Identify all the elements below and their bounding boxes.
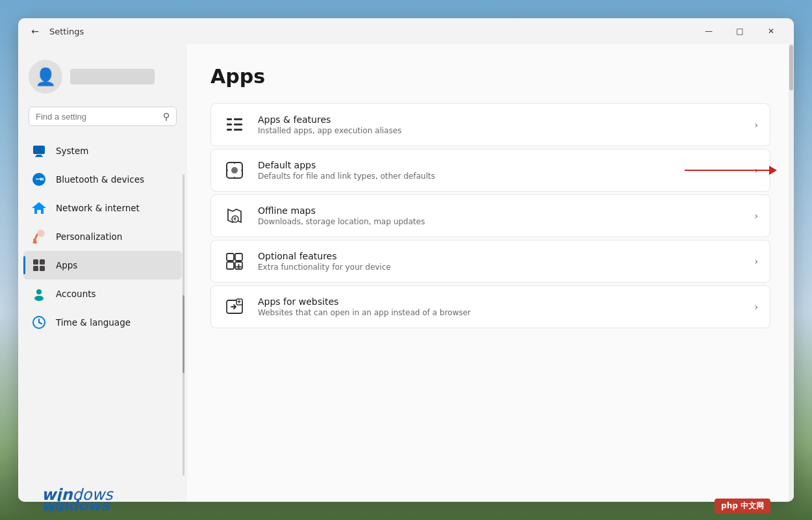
svg-rect-21	[234, 124, 242, 125]
offline-maps-title: Offline maps	[258, 205, 742, 216]
accounts-icon	[31, 286, 47, 302]
apps-websites-title: Apps for websites	[258, 296, 742, 307]
svg-rect-11	[33, 266, 38, 271]
svg-rect-20	[227, 124, 232, 125]
offline-maps-icon	[223, 204, 246, 228]
sidebar-scrollbar-thumb[interactable]	[183, 295, 184, 373]
network-icon	[31, 200, 47, 216]
bluetooth-icon: ⭲	[31, 172, 47, 187]
svg-rect-0	[33, 146, 45, 154]
apps-websites-chevron: ›	[754, 302, 758, 312]
svg-rect-28	[235, 254, 242, 261]
svg-point-25	[231, 167, 238, 174]
search-icon: ⚲	[163, 111, 170, 122]
apps-features-text: Apps & features Installed apps, app exec…	[258, 114, 742, 135]
search-input[interactable]	[36, 112, 158, 122]
maximize-button[interactable]: □	[725, 21, 755, 42]
username-placeholder	[70, 69, 155, 84]
sidebar-scrollbar	[183, 174, 184, 476]
settings-item-offline-maps[interactable]: Offline maps Downloads, storage location…	[210, 194, 770, 237]
svg-line-17	[39, 322, 42, 324]
svg-rect-9	[33, 259, 38, 265]
close-button[interactable]: ✕	[756, 21, 786, 42]
offline-maps-text: Offline maps Downloads, storage location…	[258, 205, 742, 226]
svg-rect-1	[36, 155, 42, 156]
apps-websites-desc: Websites that can open in an app instead…	[258, 308, 742, 317]
settings-list: Apps & features Installed apps, app exec…	[210, 103, 770, 328]
titlebar: ← Settings — □ ✕	[18, 18, 794, 44]
minimize-button[interactable]: —	[694, 21, 724, 42]
brand-dows: dows	[72, 486, 112, 504]
apps-features-title: Apps & features	[258, 114, 742, 125]
page-title: Apps	[210, 65, 770, 88]
apps-websites-text: Apps for websites Websites that can open…	[258, 296, 742, 317]
svg-rect-19	[234, 118, 242, 120]
apps-websites-icon	[223, 295, 246, 318]
apps-icon	[31, 257, 47, 273]
sidebar-item-network[interactable]: Network & internet	[23, 194, 182, 222]
brand-win: win	[42, 486, 72, 504]
content-scrollbar-thumb[interactable]	[789, 45, 793, 90]
watermark-brand: win dows	[42, 486, 113, 504]
svg-point-14	[34, 296, 44, 301]
svg-rect-12	[40, 266, 45, 271]
default-apps-text: Default apps Defaults for file and link …	[258, 160, 742, 181]
content-scrollbar[interactable]	[789, 44, 794, 502]
settings-item-default-apps[interactable]: Default apps Defaults for file and link …	[210, 149, 770, 192]
back-button[interactable]: ←	[26, 22, 44, 40]
optional-features-desc: Extra functionality for your device	[258, 263, 742, 272]
svg-rect-22	[227, 129, 232, 131]
window-title: Settings	[49, 27, 84, 36]
sidebar-item-bluetooth[interactable]: ⭲ Bluetooth & devices	[23, 165, 182, 194]
optional-features-title: Optional features	[258, 251, 742, 261]
optional-features-icon	[223, 250, 246, 273]
avatar: 👤	[29, 60, 62, 94]
search-box[interactable]: ⚲	[29, 107, 177, 126]
offline-maps-chevron: ›	[754, 211, 758, 221]
svg-rect-10	[40, 259, 45, 265]
sidebar-label-system: System	[56, 146, 88, 156]
settings-item-apps-websites[interactable]: Apps for websites Websites that can open…	[210, 285, 770, 328]
watermark-right: php 中文网	[715, 499, 770, 514]
window-controls: — □ ✕	[694, 21, 786, 42]
sidebar-label-bluetooth: Bluetooth & devices	[56, 174, 144, 185]
nav-items: System ⭲ Bluetooth & devices	[18, 136, 187, 491]
svg-rect-27	[227, 254, 234, 261]
offline-maps-desc: Downloads, storage location, map updates	[258, 217, 742, 226]
time-icon	[31, 315, 47, 330]
svg-rect-2	[35, 156, 43, 157]
sidebar: 👤 ⚲ Sys	[18, 44, 187, 502]
svg-rect-29	[227, 262, 234, 269]
default-apps-chevron: ›	[754, 165, 758, 176]
sidebar-item-personalization[interactable]: Personalization	[23, 222, 182, 251]
main-layout: 👤 ⚲ Sys	[18, 44, 794, 502]
user-icon: 👤	[35, 67, 56, 86]
optional-features-chevron: ›	[754, 256, 758, 266]
svg-point-7	[38, 230, 44, 237]
settings-item-apps-features[interactable]: Apps & features Installed apps, app exec…	[210, 103, 770, 146]
default-apps-desc: Defaults for file and link types, other …	[258, 172, 742, 181]
apps-features-chevron: ›	[754, 120, 758, 130]
user-profile: 👤	[18, 55, 187, 107]
sidebar-label-personalization: Personalization	[56, 231, 122, 242]
svg-point-13	[36, 289, 42, 294]
sidebar-item-time[interactable]: Time & language	[23, 308, 182, 337]
watermark-left-wrap: win dows report	[42, 486, 113, 514]
sidebar-item-system[interactable]: System	[23, 136, 182, 165]
content-area: Apps Apps &	[187, 44, 794, 502]
settings-item-optional-features[interactable]: Optional features Extra functionality fo…	[210, 240, 770, 283]
sidebar-item-accounts[interactable]: Accounts	[23, 280, 182, 308]
system-icon	[31, 143, 47, 159]
sidebar-label-network: Network & internet	[56, 203, 140, 213]
optional-features-text: Optional features Extra functionality fo…	[258, 251, 742, 272]
sidebar-label-time: Time & language	[56, 317, 131, 328]
apps-features-icon	[223, 113, 246, 136]
sidebar-item-apps[interactable]: Apps	[23, 251, 182, 280]
svg-rect-18	[227, 118, 232, 120]
settings-window: ← Settings — □ ✕ 👤	[18, 18, 794, 502]
svg-text:⭲: ⭲	[35, 175, 44, 185]
sidebar-label-apps: Apps	[56, 260, 77, 270]
default-apps-icon	[223, 159, 246, 182]
personalization-icon	[31, 229, 47, 244]
sidebar-label-accounts: Accounts	[56, 289, 96, 299]
